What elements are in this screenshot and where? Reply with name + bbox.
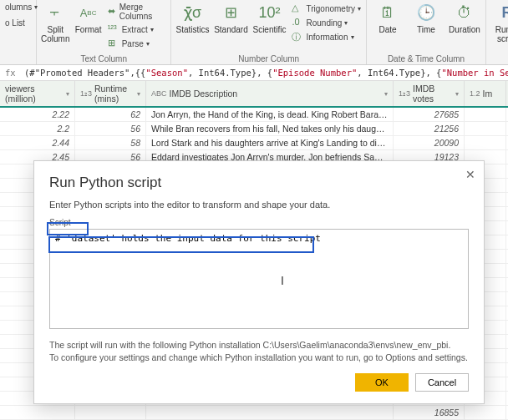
format-button[interactable]: ABC Format bbox=[74, 2, 102, 36]
table-header: viewers (million)▾ 1₂3Runtime (mins)▾ AB… bbox=[0, 81, 508, 108]
trig-icon: △ bbox=[292, 3, 303, 14]
time-button[interactable]: 🕒Time bbox=[409, 2, 444, 36]
cell-votes: 20090 bbox=[394, 136, 465, 149]
time-icon: 🕒 bbox=[416, 3, 436, 23]
merge-icon: ⬌ bbox=[108, 6, 117, 18]
cell-im bbox=[465, 406, 506, 419]
cell-votes: 16855 bbox=[394, 406, 465, 419]
ribbon: olumns ▾ o List ⫟ Split Column ABC Forma… bbox=[0, 0, 508, 65]
ribbon-group-number: χ̄σStatistics ⊞Standard 10²Scientific △T… bbox=[171, 0, 367, 64]
table-row[interactable]: 2.4458Lord Stark and his daughters arriv… bbox=[0, 136, 508, 150]
text-column-group-label: Text Column bbox=[40, 53, 167, 63]
information-button[interactable]: ⓘInformation ▾ bbox=[290, 30, 363, 43]
cell-runtime: 58 bbox=[75, 136, 146, 149]
ok-button[interactable]: OK bbox=[355, 373, 409, 392]
cell-runtime bbox=[75, 406, 146, 419]
duration-icon: ⏱ bbox=[455, 3, 475, 23]
rounding-button[interactable]: .0Rounding ▾ bbox=[290, 16, 363, 29]
filter-icon[interactable]: ▾ bbox=[384, 90, 388, 98]
parse-icon: ⊞ bbox=[108, 38, 119, 49]
datetime-group-label: Date & Time Column bbox=[370, 53, 482, 63]
dialog-title: Run Python script bbox=[49, 175, 469, 191]
column-header-viewers[interactable]: viewers (million)▾ bbox=[0, 81, 75, 106]
script-input[interactable]: # 'dataset' holds the input data for thi… bbox=[49, 229, 469, 329]
ribbon-group-datetime: 🗓Date 🕒Time ⏱Duration Date & Time Column bbox=[367, 0, 486, 64]
scripts-group-label: Scripts bbox=[490, 58, 508, 68]
dialog-subtitle: Enter Python scripts into the editor to … bbox=[49, 200, 469, 210]
merge-columns-button[interactable]: ⬌Merge Columns bbox=[106, 2, 168, 22]
extract-icon: ¹²³ bbox=[108, 23, 119, 35]
format-icon: ABC bbox=[79, 3, 99, 23]
rounding-icon: .0 bbox=[292, 17, 303, 28]
columns-button[interactable]: olumns ▾ bbox=[3, 2, 39, 13]
statistics-icon: χ̄σ bbox=[182, 3, 202, 23]
cell-viewers bbox=[0, 406, 75, 419]
cell-votes: 27685 bbox=[394, 108, 465, 121]
to-list-button[interactable]: o List bbox=[3, 18, 39, 28]
filter-icon[interactable]: ▾ bbox=[137, 90, 140, 98]
fx-icon: fx bbox=[5, 68, 16, 78]
filter-icon[interactable]: ▾ bbox=[66, 90, 69, 98]
cancel-button[interactable]: Cancel bbox=[415, 373, 469, 392]
standard-icon: ⊞ bbox=[221, 3, 241, 23]
split-column-icon: ⫟ bbox=[45, 3, 65, 23]
number-column-group-label: Number Column bbox=[175, 53, 363, 63]
formula-text: (#"Promoted Headers",{{ bbox=[24, 68, 145, 78]
column-header-votes[interactable]: 1₂3IMDB votes▾ bbox=[394, 81, 465, 106]
table-row[interactable]: 2.2262Jon Arryn, the Hand of the King, i… bbox=[0, 108, 508, 122]
extract-button[interactable]: ¹²³Extract ▾ bbox=[106, 23, 168, 36]
cell-im bbox=[465, 122, 506, 135]
script-field-label: Script bbox=[49, 218, 469, 227]
cell-im bbox=[465, 136, 506, 149]
scientific-button[interactable]: 10²Scientific bbox=[251, 2, 287, 36]
ribbon-group-left: olumns ▾ o List bbox=[0, 0, 37, 64]
cell-description: Jon Arryn, the Hand of the King, is dead… bbox=[146, 108, 394, 121]
date-icon: 🗓 bbox=[378, 3, 398, 23]
formula-bar[interactable]: fx (#"Promoted Headers",{{"Season", Int6… bbox=[0, 65, 508, 81]
run-r-script-button[interactable]: RRun R script bbox=[490, 2, 508, 45]
info-icon: ⓘ bbox=[292, 31, 303, 43]
dialog-note: The script will run with the following P… bbox=[49, 339, 469, 363]
close-icon[interactable]: ✕ bbox=[465, 168, 475, 181]
date-button[interactable]: 🗓Date bbox=[370, 2, 405, 36]
cell-viewers: 2.22 bbox=[0, 108, 75, 121]
cell-runtime: 62 bbox=[75, 108, 146, 121]
r-icon: R bbox=[497, 3, 508, 23]
duration-button[interactable]: ⏱Duration bbox=[447, 2, 482, 36]
trigonometry-button[interactable]: △Trigonometry ▾ bbox=[290, 2, 363, 15]
text-cursor-icon: I bbox=[281, 274, 284, 287]
cell-description bbox=[146, 406, 394, 419]
filter-icon[interactable]: ▾ bbox=[455, 90, 459, 98]
column-header-runtime[interactable]: 1₂3Runtime (mins)▾ bbox=[75, 81, 146, 106]
split-column-button[interactable]: ⫟ Split Column bbox=[40, 2, 70, 45]
column-header-description[interactable]: ABCIMDB Description▾ bbox=[146, 81, 394, 106]
cell-im bbox=[465, 108, 506, 121]
run-python-script-dialog: ✕ Run Python script Enter Python scripts… bbox=[33, 160, 485, 404]
cell-viewers: 2.44 bbox=[0, 136, 75, 149]
cell-votes: 21256 bbox=[394, 122, 465, 135]
scientific-icon: 10² bbox=[259, 3, 279, 23]
parse-button[interactable]: ⊞Parse ▾ bbox=[106, 37, 168, 50]
cell-description: While Bran recovers from his fall, Ned t… bbox=[146, 122, 394, 135]
table-row[interactable]: 16855 bbox=[0, 406, 508, 420]
cell-viewers: 2.2 bbox=[0, 122, 75, 135]
table-row[interactable]: 2.256While Bran recovers from his fall, … bbox=[0, 122, 508, 136]
cell-description: Lord Stark and his daughters arrive at K… bbox=[146, 136, 394, 149]
ribbon-group-scripts: RRun R script PyRun Python script Script… bbox=[486, 0, 508, 64]
standard-button[interactable]: ⊞Standard bbox=[213, 2, 248, 36]
statistics-button[interactable]: χ̄σStatistics bbox=[175, 2, 210, 36]
cell-runtime: 56 bbox=[75, 122, 146, 135]
ribbon-group-text: ⫟ Split Column ABC Format ⬌Merge Columns… bbox=[37, 0, 171, 64]
column-header-im[interactable]: 1.2Im bbox=[465, 81, 506, 106]
